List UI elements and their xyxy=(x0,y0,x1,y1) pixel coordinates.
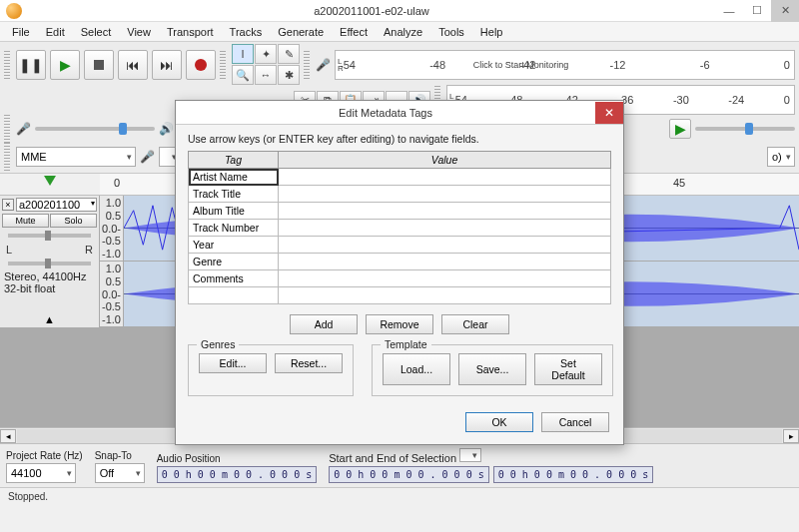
mic-icon: 🎤 xyxy=(316,58,331,72)
selection-end-field[interactable]: 0 0 h 0 0 m 0 0 . 0 0 0 s xyxy=(493,466,654,483)
playback-device-select[interactable]: o) xyxy=(767,147,795,167)
dialog-hint: Use arrow keys (or ENTER key after editi… xyxy=(188,133,611,145)
value-cell[interactable] xyxy=(279,169,611,186)
value-cell[interactable] xyxy=(279,287,611,304)
scroll-left-button[interactable]: ◂ xyxy=(0,429,16,443)
col-value[interactable]: Value xyxy=(279,152,611,169)
value-cell[interactable] xyxy=(279,220,611,237)
track-close-button[interactable]: × xyxy=(2,199,14,211)
playhead-icon[interactable] xyxy=(44,176,56,186)
menu-select[interactable]: Select xyxy=(73,24,120,40)
record-button[interactable] xyxy=(186,50,216,80)
recording-volume-slider[interactable] xyxy=(35,127,155,131)
close-button[interactable]: ✕ xyxy=(771,0,799,22)
template-group: Template Load... Save... Set Default xyxy=(372,344,613,396)
selection-label: Start and End of Selection xyxy=(329,448,653,464)
tag-cell[interactable]: Year xyxy=(189,237,279,254)
toolbar-grip[interactable] xyxy=(304,51,310,79)
track-collapse-button[interactable]: ▲ xyxy=(2,313,97,325)
speaker-icon: 🔊 xyxy=(159,122,174,136)
remove-button[interactable]: Remove xyxy=(366,314,433,334)
menu-edit[interactable]: Edit xyxy=(38,24,73,40)
selection-start-field[interactable]: 0 0 h 0 0 m 0 0 . 0 0 0 s xyxy=(329,466,489,483)
project-rate-select[interactable]: 44100 xyxy=(6,463,76,483)
track-gain-slider[interactable] xyxy=(8,234,91,238)
menu-tools[interactable]: Tools xyxy=(430,24,472,40)
genres-reset-button[interactable]: Reset... xyxy=(275,353,343,373)
selection-toolbar: Project Rate (Hz) 44100 Snap-To Off Audi… xyxy=(0,443,799,487)
menu-bar: File Edit Select View Transport Tracks G… xyxy=(0,22,799,42)
track-format-label: Stereo, 44100Hz32-bit float xyxy=(2,271,97,295)
tag-cell[interactable]: Album Title xyxy=(189,203,279,220)
multi-tool[interactable]: ✱ xyxy=(278,65,300,85)
play-at-speed-button[interactable]: ▶ xyxy=(669,119,691,139)
scroll-right-button[interactable]: ▸ xyxy=(783,429,799,443)
genres-edit-button[interactable]: Edit... xyxy=(199,353,267,373)
audio-host-select[interactable]: MME xyxy=(16,147,136,167)
playback-speed-slider[interactable] xyxy=(695,127,795,131)
project-rate-label: Project Rate (Hz) xyxy=(6,450,83,461)
toolbar-grip[interactable] xyxy=(4,115,10,143)
template-setdefault-button[interactable]: Set Default xyxy=(534,353,602,385)
value-cell[interactable] xyxy=(279,270,611,287)
dialog-close-button[interactable]: ✕ xyxy=(595,102,623,124)
maximize-button[interactable]: ☐ xyxy=(743,0,771,22)
col-tag[interactable]: Tag xyxy=(189,152,279,169)
template-load-button[interactable]: Load... xyxy=(383,353,450,385)
mute-button[interactable]: Mute xyxy=(2,214,49,228)
solo-button[interactable]: Solo xyxy=(50,214,97,228)
toolbar-grip[interactable] xyxy=(220,51,226,79)
tag-cell[interactable]: Genre xyxy=(189,254,279,270)
menu-tracks[interactable]: Tracks xyxy=(222,24,271,40)
skip-end-button[interactable]: ⏭ xyxy=(152,50,182,80)
selection-mode-select[interactable] xyxy=(459,448,481,462)
ok-button[interactable]: OK xyxy=(465,412,533,432)
value-cell[interactable] xyxy=(279,203,611,220)
tag-cell[interactable]: Comments xyxy=(189,270,279,287)
track-pan-slider[interactable] xyxy=(8,262,91,266)
stop-button[interactable] xyxy=(84,50,114,80)
snap-to-select[interactable]: Off xyxy=(95,463,145,483)
skip-start-button[interactable]: ⏮ xyxy=(118,50,148,80)
minimize-button[interactable]: — xyxy=(715,0,743,22)
waveform-scale: 1.00.50.0--0.5-1.0 xyxy=(100,196,124,261)
dialog-title: Edit Metadata Tags xyxy=(176,107,595,119)
tag-cell[interactable]: Artist Name xyxy=(189,169,279,186)
app-icon xyxy=(6,3,22,19)
template-save-button[interactable]: Save... xyxy=(458,353,526,385)
toolbar-grip[interactable] xyxy=(4,51,10,79)
metadata-table[interactable]: TagValue Artist Name Track Title Album T… xyxy=(188,151,611,304)
tag-cell[interactable]: Track Title xyxy=(189,186,279,203)
status-bar: Stopped. xyxy=(0,487,799,505)
menu-help[interactable]: Help xyxy=(472,24,511,40)
timeshift-tool[interactable]: ↔ xyxy=(255,65,277,85)
pause-button[interactable]: ❚❚ xyxy=(16,50,46,80)
audio-position-label: Audio Position xyxy=(157,453,318,464)
value-cell[interactable] xyxy=(279,186,611,203)
menu-generate[interactable]: Generate xyxy=(270,24,332,40)
dialog-titlebar[interactable]: Edit Metadata Tags ✕ xyxy=(176,101,623,125)
add-button[interactable]: Add xyxy=(290,314,358,334)
play-button[interactable]: ▶ xyxy=(50,50,80,80)
tag-cell[interactable] xyxy=(189,287,279,304)
menu-file[interactable]: File xyxy=(4,24,38,40)
track-name-dropdown[interactable]: a200201100 xyxy=(16,198,97,212)
recording-meter[interactable]: LR Click to Start Monitoring -54-48-42 -… xyxy=(335,50,795,80)
mic-icon: 🎤 xyxy=(140,150,155,164)
window-title: a2002011001-e02-ulaw xyxy=(28,5,715,17)
clear-button[interactable]: Clear xyxy=(441,314,509,334)
menu-analyze[interactable]: Analyze xyxy=(376,24,430,40)
toolbar-grip[interactable] xyxy=(4,143,10,171)
value-cell[interactable] xyxy=(279,254,611,270)
envelope-tool[interactable]: ✦ xyxy=(255,44,277,64)
selection-tool[interactable]: I xyxy=(232,44,254,64)
audio-position-field[interactable]: 0 0 h 0 0 m 0 0 . 0 0 0 s xyxy=(157,466,318,483)
cancel-button[interactable]: Cancel xyxy=(541,412,609,432)
menu-effect[interactable]: Effect xyxy=(332,24,376,40)
draw-tool[interactable]: ✎ xyxy=(278,44,300,64)
menu-view[interactable]: View xyxy=(119,24,159,40)
zoom-tool[interactable]: 🔍 xyxy=(232,65,254,85)
tag-cell[interactable]: Track Number xyxy=(189,220,279,237)
value-cell[interactable] xyxy=(279,237,611,254)
menu-transport[interactable]: Transport xyxy=(159,24,222,40)
